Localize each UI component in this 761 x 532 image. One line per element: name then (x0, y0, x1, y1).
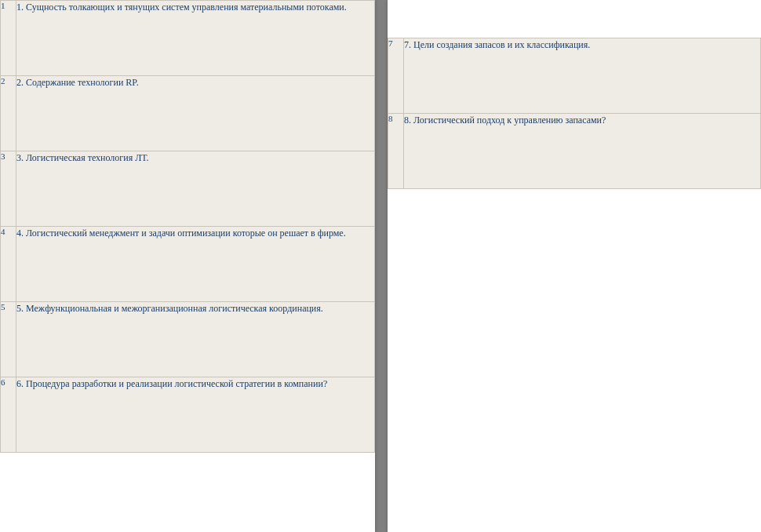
table-row: 2 2. Содержание технологии RP. (1, 76, 375, 151)
page-2: 7 7. Цели создания запасов и их классифи… (388, 0, 761, 532)
table-row: 4 4. Логистический менеджмент и задачи о… (1, 227, 375, 302)
page-1: 1 1. Сущность толкающих и тянущих систем… (0, 0, 375, 532)
row-text: 6. Процедура разработки и реализации лог… (16, 377, 375, 453)
row-number: 8 (388, 114, 404, 189)
table-row: 7 7. Цели создания запасов и их классифи… (388, 38, 761, 114)
row-text: 4. Логистический менеджмент и задачи опт… (16, 227, 375, 302)
row-text: 8. Логистический подход к управлению зап… (404, 114, 761, 189)
row-number: 7 (388, 38, 404, 114)
questions-table-left: 1 1. Сущность толкающих и тянущих систем… (0, 0, 375, 453)
row-number: 2 (1, 76, 16, 151)
row-text: 1. Сущность толкающих и тянущих систем у… (16, 1, 375, 76)
table-row: 6 6. Процедура разработки и реализации л… (1, 377, 375, 453)
row-number: 1 (1, 1, 16, 76)
row-text: 2. Содержание технологии RP. (16, 76, 375, 151)
questions-table-right: 7 7. Цели создания запасов и их классифи… (388, 38, 761, 189)
table-row: 8 8. Логистический подход к управлению з… (388, 114, 761, 189)
table-row: 1 1. Сущность толкающих и тянущих систем… (1, 1, 375, 76)
row-number: 4 (1, 227, 16, 302)
row-text: 7. Цели создания запасов и их классифика… (404, 38, 761, 114)
row-number: 3 (1, 151, 16, 227)
document-workspace: 1 1. Сущность толкающих и тянущих систем… (0, 0, 761, 532)
row-number: 6 (1, 377, 16, 453)
row-number: 5 (1, 302, 16, 377)
table-row: 5 5. Межфункциональная и межорганизацион… (1, 302, 375, 377)
row-text: 5. Межфункциональная и межорганизационна… (16, 302, 375, 377)
row-text: 3. Логистическая технология ЛТ. (16, 151, 375, 227)
table-row: 3 3. Логистическая технология ЛТ. (1, 151, 375, 227)
